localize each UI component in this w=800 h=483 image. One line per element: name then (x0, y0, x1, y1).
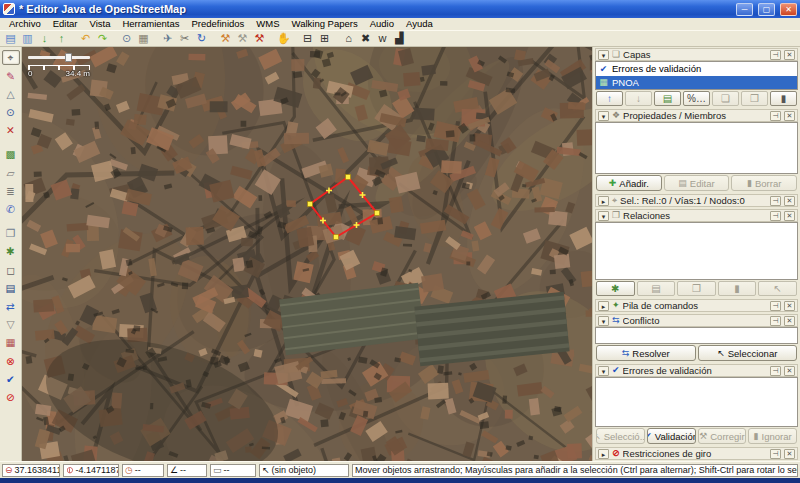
minimize-button[interactable]: ─ (736, 3, 753, 16)
waypoint-preset-icon[interactable]: w (374, 31, 391, 46)
delete-property-button[interactable]: ▮Borrar (731, 175, 797, 191)
validator-toggle-icon[interactable]: ✔ (2, 371, 20, 386)
menu-item-wms[interactable]: WMS (251, 18, 284, 30)
zoom-slider[interactable] (28, 53, 90, 62)
close-panel-icon[interactable]: ✕ (784, 211, 795, 221)
download-icon[interactable]: ↓ (36, 31, 53, 46)
validation-run-button[interactable]: ✔Validación (647, 428, 696, 444)
collapse-icon[interactable]: ▾ (598, 111, 609, 121)
turn-restriction-toggle-icon[interactable]: ⊘ (2, 389, 20, 404)
layer-delete-button[interactable]: ▮ (770, 91, 797, 106)
layer-merge-button[interactable]: ❏ (712, 91, 739, 106)
zoom-tool-icon[interactable]: ⊙ (2, 105, 20, 120)
measure-tool-icon[interactable]: △ (2, 86, 20, 101)
close-panel-icon[interactable]: ✕ (784, 196, 795, 206)
layer-row-pnoa[interactable]: ▦PNOA (596, 76, 797, 90)
menu-item-ayuda[interactable]: Ayuda (401, 18, 438, 30)
validation-error-toggle-icon[interactable]: ⊗ (2, 353, 20, 368)
museum-preset-icon[interactable]: ⌂ (340, 31, 357, 46)
split-way-icon[interactable]: ✂ (176, 31, 193, 46)
maximize-button[interactable]: ▢ (758, 3, 775, 16)
relation-delete-button[interactable]: ▮ (718, 281, 757, 296)
dock-icon[interactable]: ⊣ (770, 301, 781, 311)
dock-icon[interactable]: ⊣ (770, 211, 781, 221)
open-icon[interactable]: ▥ (19, 31, 36, 46)
close-panel-icon[interactable]: ✕ (784, 449, 795, 459)
layer-row-errores-de-validaci-n[interactable]: ✔Errores de validación (596, 62, 797, 76)
menu-item-predefinidos[interactable]: Predefinidos (187, 18, 250, 30)
selection-toggle-icon[interactable]: ◻ (2, 262, 20, 277)
close-panel-icon[interactable]: ✕ (784, 316, 795, 326)
menu-item-archivo[interactable]: Archivo (4, 18, 46, 30)
extrude-tool-icon[interactable]: ▱ (2, 165, 20, 180)
dock-icon[interactable]: ⊣ (770, 449, 781, 459)
menu-item-herramientas[interactable]: Herramientas (117, 18, 184, 30)
dock-icon[interactable]: ⊣ (770, 50, 781, 60)
undo-icon[interactable]: ↶ (77, 31, 94, 46)
new-icon[interactable]: ▤ (2, 31, 19, 46)
dock-icon[interactable]: ⊣ (770, 111, 781, 121)
notes-toggle-icon[interactable]: ▦ (2, 335, 20, 350)
close-panel-icon[interactable]: ✕ (784, 301, 795, 311)
relation-duplicate-button[interactable]: ❐ (677, 281, 716, 296)
audio-icon[interactable]: ✆ (2, 202, 20, 217)
refresh-icon[interactable]: ↻ (193, 31, 210, 46)
menu-item-editar[interactable]: Editar (48, 18, 83, 30)
validation-select-button[interactable]: ↖Selecció... (596, 428, 645, 444)
layer-duplicate-button[interactable]: ❐ (741, 91, 768, 106)
merge-layers-icon[interactable]: ≣ (2, 183, 20, 198)
relation-new-button[interactable]: ✱ (596, 281, 635, 296)
tool-orange-icon[interactable]: ⚒ (217, 31, 234, 46)
tool-red-icon[interactable]: ⚒ (251, 31, 268, 46)
layer-move-down-button[interactable]: ↓ (625, 91, 652, 106)
command-stack-toggle-icon[interactable]: ✱ (2, 244, 20, 259)
collapse-icon[interactable]: ▾ (598, 366, 609, 376)
wms-icon[interactable]: ✈ (159, 31, 176, 46)
delete-tool-icon[interactable]: ✕ (2, 123, 20, 138)
collapse-icon[interactable]: ▾ (598, 211, 609, 221)
layer-visibility-button[interactable]: ▤ (654, 91, 681, 106)
menu-item-walking-papers[interactable]: Walking Papers (287, 18, 363, 30)
relation-edit-button[interactable]: ▤ (637, 281, 676, 296)
delete-preset-icon[interactable]: ✖ (357, 31, 374, 46)
collapse-icon[interactable]: ▾ (598, 50, 609, 60)
collapse-icon[interactable]: ▸ (598, 196, 609, 206)
tool-gray-icon[interactable]: ⚒ (234, 31, 251, 46)
relation-select-button[interactable]: ↖ (758, 281, 797, 296)
pan-hand-icon[interactable]: ✋ (275, 31, 292, 46)
add-property-button[interactable]: ✚Añadir. (596, 175, 662, 191)
zoom-slider-handle[interactable] (65, 53, 72, 62)
close-button[interactable]: ✕ (780, 3, 797, 16)
select-move-tool-icon[interactable]: ⌖ (2, 50, 20, 65)
layers-toggle-icon[interactable]: ▤ (2, 280, 20, 295)
filter-toggle-icon[interactable]: ▽ (2, 317, 20, 332)
city-preset-icon[interactable]: ▟ (391, 31, 408, 46)
redo-icon[interactable]: ↷ (94, 31, 111, 46)
validation-ignore-button[interactable]: ▮Ignorar (748, 428, 797, 444)
collapse-icon[interactable]: ▸ (598, 301, 609, 311)
close-panel-icon[interactable]: ✕ (784, 366, 795, 376)
layer-opacity-button[interactable]: %… (683, 91, 710, 106)
layer-move-up-button[interactable]: ↑ (596, 91, 623, 106)
collapse-icon[interactable]: ▾ (598, 316, 609, 326)
map-view[interactable]: 0 34.4 m (22, 47, 592, 461)
close-panel-icon[interactable]: ✕ (784, 111, 795, 121)
dock-icon[interactable]: ⊣ (770, 196, 781, 206)
collapse-icon[interactable]: ▸ (598, 449, 609, 459)
draw-node-tool-icon[interactable]: ✎ (2, 68, 20, 83)
dock-icon[interactable]: ⊣ (770, 316, 781, 326)
grid-tool-icon[interactable]: ▩ (2, 147, 20, 162)
validation-fix-button[interactable]: ⚒Corregir (698, 428, 747, 444)
select-conflict-button[interactable]: ↖Seleccionar (698, 345, 798, 361)
edit-property-button[interactable]: ▤Editar (664, 175, 730, 191)
zoom-to-selection-icon[interactable]: ⊙ (118, 31, 135, 46)
relations-toggle-icon[interactable]: ❐ (2, 226, 20, 241)
menu-item-vista[interactable]: Vista (85, 18, 116, 30)
train-preset-icon[interactable]: ⊞ (316, 31, 333, 46)
dock-icon[interactable]: ⊣ (770, 366, 781, 376)
close-panel-icon[interactable]: ✕ (784, 50, 795, 60)
upload-icon[interactable]: ↑ (53, 31, 70, 46)
menu-item-audio[interactable]: Audio (365, 18, 399, 30)
conflict-toggle-icon[interactable]: ⇄ (2, 298, 20, 313)
car-preset-icon[interactable]: ⊟ (299, 31, 316, 46)
